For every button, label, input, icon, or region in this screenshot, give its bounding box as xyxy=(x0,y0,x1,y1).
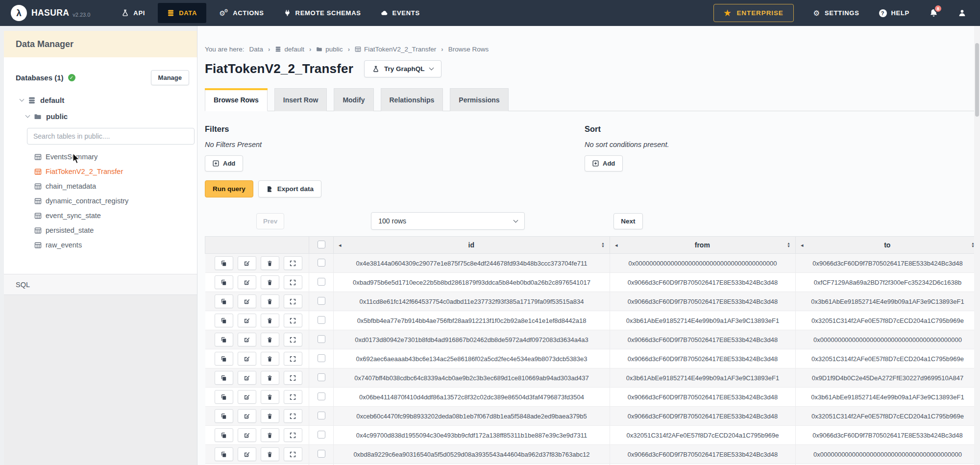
edit-row-button[interactable] xyxy=(238,409,256,423)
edit-row-button[interactable] xyxy=(238,428,256,442)
chevron-down-icon[interactable] xyxy=(25,113,30,118)
cell-to[interactable]: 0x3b61AbEe91852714E4e99b09a1AF3e9C13893e… xyxy=(796,388,980,407)
notifications-button[interactable]: 8 xyxy=(929,8,938,18)
chevron-down-icon[interactable] xyxy=(20,97,24,102)
expand-row-button[interactable] xyxy=(284,333,302,346)
nav-item-api[interactable]: API xyxy=(112,0,155,26)
cell-from[interactable]: 0x9066d3cF60D9f7B705026417E8E533b424Bc3d… xyxy=(610,407,796,426)
clone-row-button[interactable] xyxy=(215,371,233,385)
cell-from[interactable]: 0x9066d3cF60D9f7B705026417E8E533b424Bc3d… xyxy=(610,292,796,311)
cell-from[interactable]: 0x9066d3cF60D9f7B705026417E8E533b424Bc3d… xyxy=(610,388,796,407)
row-checkbox[interactable] xyxy=(318,259,325,267)
edit-row-button[interactable] xyxy=(238,314,256,327)
cell-from[interactable]: 0x00000000000000000000000000000000000000… xyxy=(610,254,796,273)
cell-from[interactable]: 0x9066d3cF60D9f7B705026417E8E533b424Bc3d… xyxy=(610,445,796,464)
row-checkbox[interactable] xyxy=(318,297,325,305)
header-column-id[interactable]: ◂ id ▲▼ xyxy=(334,237,610,254)
rows-per-page-select[interactable]: 100 rows xyxy=(371,212,525,230)
cell-id[interactable]: 0x4c99700d838d1955094c30e493bb9cfdf172a1… xyxy=(334,426,610,445)
edit-row-button[interactable] xyxy=(238,294,256,308)
row-checkbox[interactable] xyxy=(318,316,325,324)
expand-row-button[interactable] xyxy=(284,409,302,423)
add-sort-button[interactable]: Add xyxy=(585,155,623,171)
delete-row-button[interactable] xyxy=(261,428,279,442)
header-column-to[interactable]: ◂ to ▲▼ xyxy=(796,237,980,254)
row-checkbox[interactable] xyxy=(318,392,325,400)
try-graphql-button[interactable]: Try GraphQL xyxy=(364,60,441,77)
clone-row-button[interactable] xyxy=(215,314,233,327)
cell-to[interactable]: 0x32051C314f2AFe0E57f8D7cECD204a1C795b96… xyxy=(796,407,980,426)
nav-item-actions[interactable]: ⚙⚙ ACTIONS xyxy=(209,0,273,26)
hasura-logo-icon[interactable] xyxy=(11,5,27,21)
scrollbar-thumb[interactable] xyxy=(975,43,979,117)
nav-item-data[interactable]: DATA xyxy=(158,3,206,23)
cell-id[interactable]: 0x5bfbb4ea77e7b914bb4ae756fbf28aa912213f… xyxy=(334,311,610,330)
settings-button[interactable]: ⚙ SETTINGS xyxy=(813,9,859,18)
clone-row-button[interactable] xyxy=(215,352,233,366)
row-checkbox[interactable] xyxy=(318,335,325,343)
expand-row-button[interactable] xyxy=(284,256,302,270)
delete-row-button[interactable] xyxy=(261,314,279,327)
expand-row-button[interactable] xyxy=(284,390,302,404)
nav-item-events[interactable]: EVENTS xyxy=(371,0,430,26)
expand-row-button[interactable] xyxy=(284,352,302,366)
add-filter-button[interactable]: Add xyxy=(205,155,243,171)
delete-row-button[interactable] xyxy=(261,447,279,461)
delete-row-button[interactable] xyxy=(261,333,279,346)
cell-id[interactable]: 0x11cd8e61fc142f664537754c0adbd11e237732… xyxy=(334,292,610,311)
sidebar-table-item[interactable]: dynamic_contract_registry xyxy=(4,194,197,208)
expand-row-button[interactable] xyxy=(284,428,302,442)
cell-to[interactable]: 0x9066d3cF60D9f7B705026417E8E533b424Bc3d… xyxy=(796,254,980,273)
delete-row-button[interactable] xyxy=(261,390,279,404)
vertical-scrollbar[interactable] xyxy=(974,26,980,465)
delete-row-button[interactable] xyxy=(261,352,279,366)
tab[interactable]: Modify xyxy=(334,88,373,111)
delete-row-button[interactable] xyxy=(261,275,279,289)
export-data-button[interactable]: Export data xyxy=(258,180,321,197)
row-checkbox[interactable] xyxy=(318,412,325,419)
clone-row-button[interactable] xyxy=(215,409,233,423)
help-button[interactable]: ? HELP xyxy=(879,9,909,17)
tree-node-schema[interactable]: public xyxy=(4,112,197,121)
breadcrumb-table[interactable]: FiatTokenV2_2_Transfer xyxy=(355,46,436,53)
sidebar-table-item[interactable]: event_sync_state xyxy=(4,208,197,223)
edit-row-button[interactable] xyxy=(238,390,256,404)
expand-row-button[interactable] xyxy=(284,294,302,308)
cell-id[interactable]: 0xbd8a9229c6ea90316540a5f5d0529d08a39355… xyxy=(334,445,610,464)
sidebar-table-item[interactable]: EventsSummary xyxy=(4,149,197,164)
tab[interactable]: Permissions xyxy=(450,88,508,111)
delete-row-button[interactable] xyxy=(261,409,279,423)
expand-row-button[interactable] xyxy=(284,275,302,289)
cell-from[interactable]: 0x9066d3cF60D9f7B705026417E8E533b424Bc3d… xyxy=(610,330,796,349)
cell-to[interactable]: 0x9066d3cF60D9f7B705026417E8E533b424Bc3d… xyxy=(796,426,980,445)
sidebar-table-item[interactable]: chain_metadata xyxy=(4,179,197,194)
edit-row-button[interactable] xyxy=(238,352,256,366)
cell-to[interactable]: 0x3b61AbEe91852714E4e99b09a1AF3e9C13893e… xyxy=(796,292,980,311)
cell-id[interactable]: 0x7407bff4b038cdbc64c8339a4cb0ae9b2c3b3e… xyxy=(334,368,610,388)
expand-row-button[interactable] xyxy=(284,447,302,461)
nav-item-remote-schemas[interactable]: REMOTE SCHEMAS xyxy=(274,0,371,26)
edit-row-button[interactable] xyxy=(238,333,256,346)
edit-row-button[interactable] xyxy=(238,447,256,461)
clone-row-button[interactable] xyxy=(215,294,233,308)
cell-from[interactable]: 0x9066d3cF60D9f7B705026417E8E533b424Bc3d… xyxy=(610,273,796,292)
select-all-checkbox[interactable] xyxy=(318,241,325,248)
table-search-input[interactable] xyxy=(27,128,195,145)
row-checkbox[interactable] xyxy=(318,431,325,439)
manage-button[interactable]: Manage xyxy=(151,70,189,85)
tab[interactable]: Relationships xyxy=(381,88,443,111)
edit-row-button[interactable] xyxy=(238,256,256,270)
cell-id[interactable]: 0xd0173d80942e7301b8fdb4ad916867b02462db… xyxy=(334,330,610,349)
clone-row-button[interactable] xyxy=(215,275,233,289)
breadcrumb-data[interactable]: Data xyxy=(249,46,264,53)
sort-toggle-icon[interactable]: ▲▼ xyxy=(787,242,790,248)
delete-row-button[interactable] xyxy=(261,294,279,308)
edit-row-button[interactable] xyxy=(238,275,256,289)
expand-row-button[interactable] xyxy=(284,314,302,327)
breadcrumb-schema[interactable]: public xyxy=(316,46,343,53)
sidebar-item-sql[interactable]: SQL xyxy=(4,274,197,295)
tab[interactable]: Insert Row xyxy=(274,88,327,111)
next-page-button[interactable]: Next xyxy=(613,213,642,229)
cell-from[interactable]: 0x32051C314f2AFe0E57f8D7cECD204a1C795b96… xyxy=(610,426,796,445)
cell-id[interactable]: 0x4e38144a0604309c29077e1e875f75c8e4df24… xyxy=(334,254,610,273)
